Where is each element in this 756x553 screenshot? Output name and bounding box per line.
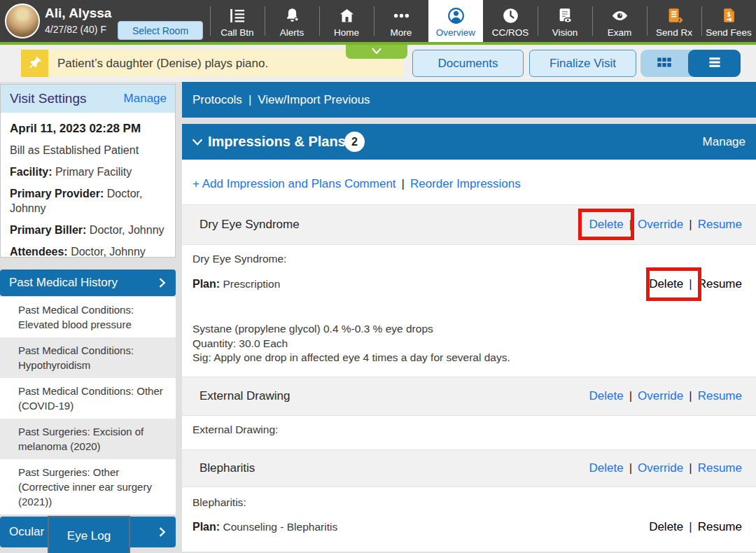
grid-view-button[interactable] (640, 50, 688, 77)
list-icon (706, 53, 724, 74)
resume-link[interactable]: Resume (698, 520, 742, 533)
send-rx-document-icon (665, 6, 684, 25)
visit-settings-manage-link[interactable]: Manage (124, 85, 167, 113)
view-import-previous-link[interactable]: View/Import Previous (258, 93, 370, 106)
override-link[interactable]: Override (638, 389, 683, 402)
protocols-link[interactable]: Protocols (192, 93, 242, 106)
nav-label: Alerts (280, 27, 304, 38)
impression-actions: DeleteOverrideResume (589, 377, 742, 415)
override-link[interactable]: Override (638, 461, 683, 475)
plan-line: Plan: Prescription (192, 277, 280, 291)
collapse-banner-tab[interactable] (346, 45, 407, 59)
nav-send-fees[interactable]: Send Fees (701, 0, 756, 42)
override-link[interactable]: Override (638, 218, 683, 231)
nav-label: Vision (552, 27, 578, 38)
past-medical-history-list: Past Medical Conditions: Elevated blood … (0, 297, 176, 514)
eye-icon (610, 6, 629, 25)
impressions-manage-link[interactable]: Manage (703, 124, 746, 160)
nav-label: Home (334, 27, 359, 38)
nav-home[interactable]: Home (319, 0, 374, 42)
impressions-body: + Add Impression and Plans CommentReorde… (182, 160, 756, 552)
past-medical-history-header[interactable]: Past Medical History (0, 270, 176, 296)
impression-row-blepharitis: Blepharitis DeleteOverrideResume (182, 449, 756, 487)
nav-alerts[interactable]: Alerts (265, 0, 319, 42)
note-text: Patient’s daughter (Denise) plays piano. (48, 57, 268, 71)
patient-dob: 4/27/82 (40) F (45, 24, 106, 35)
document-eye-icon (556, 6, 575, 25)
impressions-plans-header[interactable]: Impressions & Plans 2 Manage (182, 124, 756, 160)
plan-line: Plan: Counseling - Blepharitis (192, 520, 337, 534)
list-view-button[interactable] (688, 50, 741, 77)
nav-label: Send Rx (656, 27, 692, 38)
patient-block: Ali, Alyssa 4/27/82 (40) F Select Room (0, 0, 210, 42)
chevron-down-icon[interactable] (190, 134, 205, 150)
delete-link[interactable]: Delete (589, 218, 624, 231)
pushpin-icon (27, 55, 43, 73)
delete-link[interactable]: Delete (589, 389, 624, 402)
nav-exam[interactable]: Exam (592, 0, 647, 42)
reorder-impressions-link[interactable]: Reorder Impressions (410, 177, 521, 190)
separator (624, 389, 638, 402)
visit-settings-body: April 11, 2023 02:28 PM Bill as Establis… (1, 113, 175, 259)
visit-settings-panel: Visit Settings Manage April 11, 2023 02:… (0, 84, 176, 258)
documents-button[interactable]: Documents (412, 50, 524, 77)
pmh-list-item[interactable]: Past Surgeries: Other (Corrective inner … (0, 459, 176, 514)
impression-name: Blepharitis (200, 450, 255, 486)
pmh-list-item[interactable]: Past Surgeries: Excision of melanoma (20… (0, 419, 176, 459)
select-room-button[interactable]: Select Room (118, 21, 203, 40)
impressions-toolbar: + Add Impression and Plans CommentReorde… (192, 177, 521, 191)
impression-name: External Drawing (200, 377, 290, 415)
delete-link[interactable]: Delete (649, 277, 683, 290)
impression-name: Dry Eye Syndrome (200, 205, 300, 244)
add-impression-comment-link[interactable]: + Add Impression and Plans Comment (192, 177, 396, 190)
alerts-bell-icon (283, 6, 302, 25)
impression-body-title: Blepharitis: (192, 496, 246, 510)
impression-actions: DeleteOverrideResume (589, 450, 742, 486)
nav-more[interactable]: More (374, 0, 428, 42)
resume-link[interactable]: Resume (698, 218, 742, 231)
pmh-list-item[interactable]: Past Medical Conditions: Hypothyroidism (0, 337, 176, 378)
nav-label: Send Fees (706, 27, 751, 38)
separator (624, 218, 638, 231)
past-medical-history-title: Past Medical History (9, 270, 118, 296)
visit-settings-title: Visit Settings (10, 85, 86, 113)
count-badge: 2 (344, 132, 365, 152)
call-btn-icon (228, 6, 247, 25)
prescription-details: Systane (propylene glycol) 0.4 %-0.3 % e… (192, 322, 510, 365)
plan-actions: DeleteResume (649, 520, 742, 534)
top-nav: Call Btn Alerts Home More Overview CC/RO (210, 0, 756, 42)
separator (683, 218, 697, 231)
impression-body-title: Dry Eye Syndrome: (192, 252, 286, 266)
finalize-visit-button[interactable]: Finalize Visit (529, 50, 636, 77)
nav-ccros[interactable]: CC/ROS (483, 0, 538, 42)
overview-person-icon (447, 6, 465, 25)
grid-icon (655, 53, 673, 74)
pmh-list-item[interactable]: Past Medical Conditions: Elevated blood … (0, 297, 176, 337)
nav-call-btn[interactable]: Call Btn (210, 0, 265, 42)
pin-icon-box (21, 50, 48, 77)
eye-log-button[interactable]: Eye Log (48, 516, 130, 553)
nav-overview[interactable]: Overview (428, 0, 483, 42)
nav-label: Overview (436, 27, 475, 38)
attendees-line: Attendees: Doctor, Johnny (10, 244, 166, 259)
resume-link[interactable]: Resume (698, 461, 742, 475)
chevron-down-icon (370, 46, 383, 58)
separator (683, 520, 697, 533)
pmh-list-item[interactable]: Past Medical Conditions: Other (COVID-19… (0, 378, 176, 419)
view-toggle (640, 50, 741, 77)
resume-link[interactable]: Resume (698, 277, 742, 290)
visit-settings-header: Visit Settings Manage (1, 85, 175, 113)
resume-link[interactable]: Resume (698, 389, 742, 402)
impressions-plans-title: Impressions & Plans (208, 124, 346, 160)
delete-link[interactable]: Delete (589, 461, 624, 475)
impression-row-external-drawing: External Drawing DeleteOverrideResume (182, 377, 756, 416)
main-panel: ProtocolsView/Import Previous Impression… (182, 82, 756, 553)
more-dots-icon (392, 6, 411, 25)
nav-vision[interactable]: Vision (538, 0, 592, 42)
nav-send-rx[interactable]: Send Rx (647, 0, 701, 42)
patient-avatar[interactable] (5, 4, 40, 38)
nav-label: Call Btn (220, 27, 253, 38)
impression-actions: DeleteOverrideResume (589, 205, 742, 244)
protocols-bar: ProtocolsView/Import Previous (182, 82, 756, 118)
delete-link[interactable]: Delete (649, 520, 683, 533)
